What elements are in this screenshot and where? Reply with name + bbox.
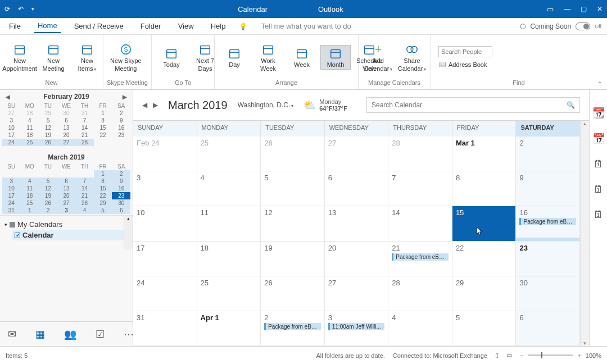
minical-day[interactable]: 19 (39, 192, 57, 199)
minical-day[interactable]: 11 (21, 124, 39, 131)
minical-day[interactable] (75, 170, 94, 178)
minical-day[interactable]: 31 (75, 110, 94, 117)
minical-day[interactable]: 8 (94, 178, 112, 185)
address-book-button[interactable]: 📖Address Book (438, 61, 492, 68)
minical-day[interactable]: 29 (39, 110, 57, 117)
calendar-cell[interactable]: 26 (261, 136, 325, 171)
minical-day[interactable]: 8 (94, 117, 112, 124)
minical-day[interactable]: 2 (112, 110, 130, 117)
minical-day[interactable]: 24 (2, 139, 21, 146)
minical-day[interactable]: 27 (2, 110, 21, 117)
add-calendar-button[interactable]: +AddCalendar (363, 42, 393, 73)
minical-day[interactable] (57, 170, 76, 178)
calendar-event[interactable]: Package from eBa... (392, 253, 449, 261)
calendar-event[interactable]: Package from eBa... (519, 218, 576, 225)
month-button[interactable]: Month (320, 45, 351, 70)
maximize-icon[interactable]: ▢ (581, 5, 587, 13)
search-icon[interactable]: 🔍 (567, 101, 575, 109)
minical-day[interactable]: 1 (21, 207, 39, 214)
prev-month-icon[interactable]: ◀ (142, 101, 147, 109)
minical-day[interactable]: 13 (57, 185, 76, 192)
minical-day[interactable]: 27 (57, 139, 76, 146)
minical-day[interactable] (21, 170, 39, 178)
weather-widget[interactable]: ⛅ Monday64°F/37°F (304, 98, 347, 112)
calendar-cell[interactable]: 311:00am Jeff Willi... (325, 311, 389, 345)
minical-day[interactable]: 17 (2, 192, 21, 199)
minical-day[interactable]: 1 (94, 110, 112, 117)
calendar-cell[interactable]: 11 (197, 206, 261, 240)
minical-day[interactable] (39, 170, 57, 178)
coming-soon-toggle[interactable] (576, 22, 590, 30)
calendar-cell[interactable]: 18 (197, 242, 261, 276)
zoom-in-icon[interactable]: + (577, 352, 581, 359)
minical-day[interactable]: 28 (75, 199, 94, 207)
new-appointment-button[interactable]: NewAppointment (4, 42, 35, 73)
minical-day[interactable]: 30 (112, 199, 130, 207)
calendar-cell[interactable]: 12 (261, 206, 325, 240)
tab-folder[interactable]: Folder (137, 20, 165, 33)
minical-day[interactable]: 7 (75, 117, 94, 124)
minical-day[interactable]: 3 (2, 117, 21, 124)
calendar-cell[interactable]: 7 (388, 171, 452, 206)
dock-view2-icon[interactable]: 🗓 (594, 184, 604, 195)
minical-day[interactable]: 4 (75, 207, 94, 214)
minical-day[interactable]: 18 (21, 192, 39, 199)
calendar-cell[interactable]: 2 (516, 136, 580, 171)
calendar-cell[interactable]: 27 (325, 276, 389, 311)
next-month-icon[interactable]: ▶ (153, 101, 158, 109)
minical-next-icon[interactable]: ▶ (123, 94, 127, 100)
minical-day[interactable]: 7 (75, 178, 94, 185)
calendar-cell[interactable]: 30 (516, 276, 580, 311)
minical-day[interactable]: 27 (57, 199, 76, 207)
share-calendar-button[interactable]: ShareCalendar (397, 42, 427, 73)
calendar-event[interactable]: 11:00am Jeff Willi... (328, 323, 385, 330)
calendar-cell[interactable]: 25 (197, 276, 261, 311)
my-calendars-header[interactable]: ▾My Calendars (4, 219, 128, 230)
calendar-cell[interactable]: 29 (452, 276, 517, 311)
calendar-cell[interactable]: 25 (197, 136, 261, 171)
close-icon[interactable]: ✕ (597, 5, 603, 13)
minical-day[interactable]: 21 (75, 192, 94, 199)
tab-help[interactable]: Help (207, 20, 229, 33)
minical-day[interactable]: 24 (2, 199, 21, 207)
minical-day[interactable] (112, 139, 130, 146)
new-items-button[interactable]: NewItems (72, 42, 102, 73)
minical-day[interactable]: 20 (57, 131, 76, 139)
calendar-cell[interactable]: 9 (516, 171, 580, 206)
minical-day[interactable]: 22 (94, 192, 112, 199)
calendar-cell[interactable]: 4 (388, 311, 452, 345)
calendar-cell[interactable]: 24 (133, 276, 197, 311)
tellme-input[interactable]: Tell me what you want to do (257, 20, 354, 33)
minical-day[interactable]: 6 (57, 178, 76, 185)
calendar-cell[interactable]: 22 (452, 242, 517, 276)
tasks-icon[interactable]: ☑ (96, 328, 105, 340)
calendar-cell[interactable]: 5 (452, 311, 517, 345)
zoom-control[interactable]: − + 100% (520, 352, 601, 359)
dock-view3-icon[interactable]: 🗓 (594, 209, 604, 221)
search-calendar[interactable]: 🔍 (366, 97, 580, 113)
calendar-cell[interactable]: 28 (388, 276, 452, 311)
calendar-cell[interactable]: 5 (261, 171, 325, 206)
minical-day[interactable]: 23 (112, 192, 130, 199)
calendar-cell[interactable]: 4 (197, 171, 261, 206)
minical-day[interactable]: 2 (39, 207, 57, 214)
minical-day[interactable]: 9 (112, 117, 130, 124)
calendar-cell[interactable]: 27 (325, 136, 389, 171)
calendar-cell[interactable]: Apr 1 (197, 311, 261, 345)
week-button[interactable]: Week (287, 46, 317, 69)
calendar-item[interactable]: ✓Calendar (12, 230, 128, 240)
dock-today-icon[interactable]: 📆 (592, 107, 605, 119)
minical-day[interactable]: 19 (39, 131, 57, 139)
minical-day[interactable]: 3 (57, 207, 76, 214)
minical-day[interactable]: 25 (21, 139, 39, 146)
zoom-slider[interactable] (528, 354, 573, 356)
minical-day[interactable]: 6 (112, 207, 130, 214)
search-calendar-input[interactable] (372, 101, 567, 109)
minical-day[interactable]: 3 (2, 178, 21, 185)
minical-day[interactable]: 26 (39, 199, 57, 207)
calendar-cell[interactable]: 23 (516, 242, 580, 276)
new-skype-meeting-button[interactable]: S New Skype Meeting (108, 42, 144, 73)
minical-day[interactable]: 10 (2, 185, 21, 192)
new-meeting-button[interactable]: NewMeeting (38, 42, 69, 73)
minical-day[interactable]: 30 (57, 110, 76, 117)
